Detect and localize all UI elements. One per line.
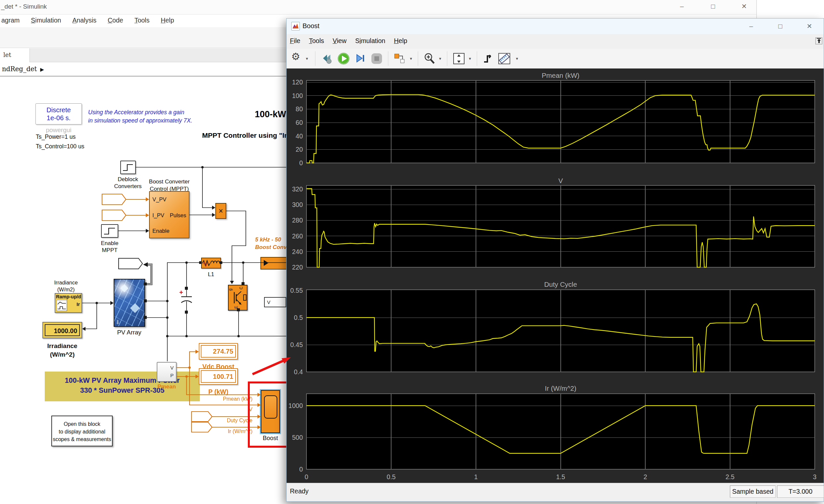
menu-help[interactable]: Help [161, 17, 174, 24]
measurements-ruler-icon[interactable] [497, 52, 512, 65]
measurements-dropdown-icon[interactable]: ▼ [515, 56, 519, 60]
port-v-pv: V_PV [152, 197, 166, 203]
enable-mppt-block[interactable] [101, 224, 118, 238]
accelerator-note: Using the Accelerator provides a gain in… [88, 108, 192, 125]
product-block[interactable]: × [215, 203, 226, 219]
powergui-block[interactable]: Discrete 1e-06 s. [35, 103, 82, 125]
boost-diode-block[interactable] [261, 257, 287, 270]
powergui-line1: Discrete [36, 106, 82, 114]
simulink-titlebar: _det * - Simulink – □ ✕ [0, 0, 756, 15]
breadcrumb-model[interactable]: ndReg_det [2, 65, 37, 73]
highlight-dropdown-icon[interactable]: ▼ [409, 56, 413, 60]
highlight-signal-icon[interactable] [393, 52, 407, 65]
menu-view[interactable]: View [333, 37, 346, 45]
irradiance-display-block[interactable]: 1000.00 [42, 322, 82, 339]
dock-icon[interactable] [815, 37, 822, 44]
signal-label-duty: Duty Cycle [199, 417, 252, 423]
menu-simulation[interactable]: Simulation [31, 17, 61, 24]
rl-icon [202, 258, 220, 268]
menu-simulation[interactable]: Simulation [355, 37, 385, 45]
status-sample-mode: Sample based [730, 486, 776, 498]
minimize-icon[interactable]: – [742, 20, 760, 32]
scope-toolbar: ⚙ ▼ ▼ ▼ ▼ ▼ [287, 49, 824, 69]
trigger-icon[interactable] [482, 52, 495, 65]
minimize-icon[interactable]: – [673, 0, 691, 13]
zoom-in-icon[interactable] [423, 52, 436, 65]
step-icon [121, 161, 135, 173]
menu-code[interactable]: Code [108, 17, 123, 24]
m-pv-tag[interactable]: m_PV [119, 261, 139, 268]
capacitor-plus-label: + [179, 289, 183, 296]
step-forward-icon[interactable] [354, 52, 367, 65]
signal-label-pmean: Pmean (kW) [199, 396, 252, 402]
open-block-note: Open this block to display additional sc… [51, 415, 113, 447]
signal-label-ir: Ir (W/m^2) [199, 428, 252, 434]
vdc-display-block[interactable]: 274.75 [199, 343, 238, 360]
igbt-icon: g C E [229, 285, 247, 310]
menu-tools[interactable]: Tools [309, 37, 324, 45]
matlab-icon [291, 22, 300, 30]
port-p: P [170, 373, 174, 378]
selection-rectangle [248, 381, 289, 448]
pkw-display-value: 100.71 [201, 370, 236, 383]
boost-converter-control-block[interactable]: V_PV I_PV Enable Pulses [149, 191, 190, 238]
pmean-measure-block[interactable]: V P [157, 362, 177, 382]
voltage-measure-block[interactable]: V [264, 297, 286, 307]
menu-agram[interactable]: agram [1, 17, 19, 24]
l1-inductor-block[interactable] [201, 258, 221, 269]
zoom-dropdown-icon[interactable]: ▼ [438, 56, 442, 60]
pv-cell-highlight [120, 284, 128, 292]
ramp-ir-port: Ir [77, 301, 80, 307]
menu-analysis[interactable]: Analysis [72, 17, 96, 24]
model-tab[interactable]: let [0, 48, 30, 62]
settings-gear-icon[interactable]: ⚙ [291, 51, 300, 62]
signal-label-v: V [199, 407, 252, 413]
i-pv-tag[interactable]: I_PV [102, 212, 122, 219]
menu-help[interactable]: Help [394, 37, 407, 45]
irradiance-src-label: Irradiance(W/m2) [49, 279, 83, 293]
status-sim-time: T=3.000 [777, 486, 824, 498]
close-icon[interactable]: ✕ [735, 0, 753, 13]
pv-cell-highlight [130, 303, 140, 313]
scope-window: Boost – □ ✕ FileToolsViewSimulationHelp … [286, 18, 824, 502]
menu-tools[interactable]: Tools [134, 17, 150, 24]
settings-dropdown-icon[interactable]: ▼ [305, 56, 309, 60]
simulink-window-title: _det * - Simulink [1, 3, 47, 10]
fit-to-view-icon[interactable] [452, 52, 466, 65]
port-pulses: Pulses [170, 212, 186, 219]
subsystem-arrow-icon: ⬇ [115, 319, 120, 326]
pv-array-label: PV Array [109, 329, 149, 336]
run-icon[interactable] [337, 52, 350, 65]
irradiance-ramp-block[interactable]: Ramp-up/d Ir [55, 293, 82, 313]
port-v: V [170, 365, 174, 371]
mppt-block-title: Boost ConverterControl (MPPT) [139, 178, 199, 193]
maximize-icon[interactable]: □ [771, 20, 790, 32]
igbt-c-label: C [239, 286, 243, 289]
fit-dropdown-icon[interactable]: ▼ [468, 56, 472, 60]
irradiance-display-value: 1000.00 [45, 324, 80, 336]
irradiance-display-label: Irradiance(W/m^2) [39, 342, 86, 359]
deblock-converters-block[interactable] [120, 161, 136, 174]
pkw-display-label: P (kW) [195, 388, 241, 396]
menu-file[interactable]: File [290, 37, 300, 45]
pkw-display-block[interactable]: 100.71 [199, 368, 238, 385]
powergui-line2: 1e-06 s. [36, 114, 82, 122]
vdc-display-value: 274.75 [201, 345, 236, 358]
pv-array-block[interactable]: ⬇ [114, 279, 145, 327]
maximize-icon[interactable]: □ [704, 0, 722, 13]
signal-shape-icon [57, 300, 67, 311]
igbt-block[interactable]: g C E [228, 285, 247, 310]
breadcrumb-arrow-icon: ▶ [40, 67, 44, 73]
ramp-block-title: Ramp-up/d [56, 294, 81, 299]
v-pv-tag[interactable]: V_PV [102, 197, 122, 203]
scope-statusbar: Ready Sample based T=3.000 [287, 483, 824, 500]
pmean-label: Pmean [150, 383, 183, 390]
stop-icon[interactable] [370, 52, 384, 65]
scope-menubar: FileToolsViewSimulationHelp [287, 34, 824, 49]
igbt-g-label: g [229, 288, 233, 291]
l1-label: L1 [198, 271, 224, 278]
scope-plot-canvas [287, 69, 824, 483]
step-back-icon[interactable] [320, 52, 333, 65]
step-icon [102, 225, 118, 237]
close-icon[interactable]: ✕ [800, 20, 819, 32]
